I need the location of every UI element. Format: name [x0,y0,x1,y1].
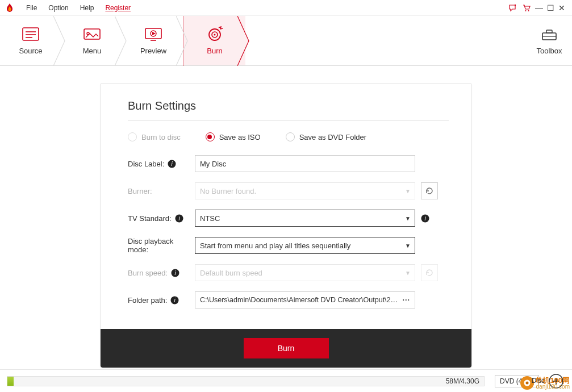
menu-help[interactable]: Help [74,4,100,12]
capacity-text: 58M/4.30G [446,377,479,385]
minimize-button[interactable]: — [533,3,545,13]
svg-point-0 [515,4,516,5]
burn-speed-select: Default burn speed [195,264,415,281]
radio-label: Save as DVD Folder [299,133,367,141]
refresh-burner-button[interactable] [421,182,438,199]
step-preview-label: Preview [140,47,166,55]
folder-path-field[interactable]: C:\Users\admin\Documents\Aimersoft DVD C… [195,291,415,308]
burn-settings-card: Burn Settings Burn to disc Save as ISO S… [100,83,472,368]
svg-point-2 [528,10,529,11]
folder-path-value: C:\Users\admin\Documents\Aimersoft DVD C… [200,296,399,304]
disc-label-label: Disc Label: i [128,160,195,168]
menu-option[interactable]: Option [43,4,74,12]
svg-point-14 [214,34,216,36]
step-burn-label: Burn [207,47,222,55]
burner-select: No Burner found. [195,182,415,199]
burner-label: Burner: [128,187,195,195]
output-mode-radios: Burn to disc Save as ISO Save as DVD Fol… [128,132,449,141]
step-nav: Source Menu Preview Burn Toolbox [0,16,572,66]
info-icon[interactable]: i [171,269,179,277]
radio-icon [286,132,295,141]
feedback-icon[interactable] [508,3,517,12]
close-button[interactable]: ✕ [556,3,567,13]
refresh-speed-button [421,264,438,281]
disc-label-input[interactable] [195,155,415,172]
info-icon[interactable]: i [170,296,179,305]
playback-mode-label: Disc playback mode: [128,237,195,254]
toolbox-icon [540,26,559,42]
burn-speed-label: Burn speed: i [128,269,195,277]
maximize-button[interactable]: ☐ [545,3,556,13]
tv-standard-select[interactable]: NTSC [195,210,415,227]
radio-burn-to-disc: Burn to disc [128,132,181,141]
radio-save-iso[interactable]: Save as ISO [206,132,261,141]
svg-rect-3 [23,28,39,40]
divider [128,120,449,121]
svg-rect-7 [84,29,100,39]
radio-label: Burn to disc [141,133,181,141]
tv-standard-label: TV Standard: i [128,214,195,223]
status-bar: 58M/4.30G DVD (4.7G) ▼ [0,369,572,392]
toolbox-label: Toolbox [537,47,562,55]
step-source-label: Source [19,47,42,55]
burn-icon [205,26,224,42]
playback-mode-select[interactable]: Start from menu and play all titles sequ… [195,237,415,254]
title-bar: File Option Help Register — ☐ ✕ [0,0,572,16]
info-icon[interactable]: i [421,214,429,223]
chevron-down-icon: ▼ [560,377,565,383]
menu-register[interactable]: Register [99,4,136,12]
disc-word: Disc [532,377,545,385]
radio-label: Save as ISO [219,133,261,141]
browse-button[interactable]: ··· [399,296,410,304]
preview-icon [144,26,163,42]
step-burn[interactable]: Burn [184,16,245,65]
radio-save-folder[interactable]: Save as DVD Folder [286,132,367,141]
capacity-meter: 58M/4.30G [7,376,485,386]
step-menu-label: Menu [83,47,102,55]
menu-file[interactable]: File [20,4,43,12]
toolbox-button[interactable]: Toolbox [527,16,572,65]
cart-icon[interactable] [522,3,531,12]
svg-point-1 [525,10,527,11]
burn-button[interactable]: Burn [244,338,329,358]
info-icon[interactable]: i [175,214,183,223]
step-source[interactable]: Source [0,16,61,65]
radio-icon [128,132,137,141]
info-icon[interactable]: i [168,160,176,168]
card-title: Burn Settings [128,99,449,112]
card-footer: Burn [101,329,471,368]
step-menu[interactable]: Menu [61,16,123,65]
radio-icon [206,132,215,141]
folder-path-label: Folder path: i [128,296,195,305]
app-logo-icon [5,3,15,13]
source-icon [21,26,40,42]
capacity-fill [7,377,14,386]
step-preview[interactable]: Preview [123,16,184,65]
menu-step-icon [82,26,102,42]
